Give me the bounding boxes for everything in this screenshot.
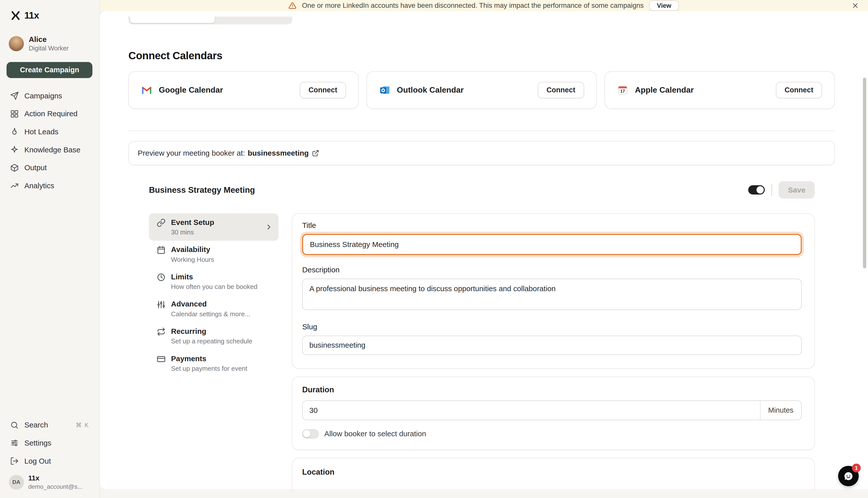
outlook-connect-button[interactable]: Connect xyxy=(538,82,584,99)
search-icon xyxy=(10,421,19,430)
logout-icon xyxy=(10,457,19,466)
linkedin-warning-banner: One or more LinkedIn accounts have been … xyxy=(100,0,868,11)
clock-icon xyxy=(157,273,166,281)
chart-icon xyxy=(10,181,19,190)
sidebar-nav: Campaigns Action Required Hot Leads Know… xyxy=(5,87,94,195)
scrollbar[interactable] xyxy=(863,78,866,268)
toggle-knob xyxy=(303,430,310,437)
sidebar-item-knowledge-base[interactable]: Knowledge Base xyxy=(5,141,94,159)
description-input[interactable]: A professional business meeting to discu… xyxy=(302,279,802,310)
repeat-icon xyxy=(157,327,166,336)
sliders-icon xyxy=(10,438,19,447)
toggle-knob xyxy=(756,186,764,194)
slug-label: Slug xyxy=(302,323,802,331)
title-label: Title xyxy=(302,221,802,230)
event-config: Event Setup 30 mins Availability Working… xyxy=(149,213,815,489)
avatar xyxy=(9,36,24,51)
search-shortcut: ⌘ K xyxy=(76,421,89,429)
sparkle-icon xyxy=(10,145,19,154)
preview-link[interactable]: businessmeeting xyxy=(248,149,319,157)
calendar-card-google: Google Calendar Connect xyxy=(128,71,359,109)
chevron-right-icon xyxy=(265,223,273,231)
sidebar-item-campaigns[interactable]: Campaigns xyxy=(5,87,94,105)
tab-bar-partial xyxy=(128,16,292,24)
sidebar-item-output[interactable]: Output xyxy=(5,159,94,177)
campaigns-icon xyxy=(10,91,19,100)
sidebar-item-settings[interactable]: Settings xyxy=(5,434,94,452)
worker-role: Digital Worker xyxy=(29,45,69,52)
sidebar-spacer xyxy=(5,195,94,416)
sidebar-item-hot-leads[interactable]: Hot Leads xyxy=(5,123,94,141)
google-connect-button[interactable]: Connect xyxy=(300,82,346,99)
worker-profile[interactable]: Alice Digital Worker xyxy=(5,35,94,52)
setup-nav-availability[interactable]: Availability Working Hours xyxy=(149,241,278,268)
account-name: 11x xyxy=(28,474,82,482)
sidebar-item-search[interactable]: Search ⌘ K xyxy=(5,416,94,434)
calendar-card-outlook: Outlook Calendar Connect xyxy=(366,71,597,109)
sidebar-footer-nav: Search ⌘ K Settings Log Out xyxy=(5,416,94,470)
banner-view-button[interactable]: View xyxy=(649,0,679,11)
setup-nav-event-setup[interactable]: Event Setup 30 mins xyxy=(149,213,278,241)
event-details-card: Title Description A professional busines… xyxy=(292,213,815,369)
flame-icon xyxy=(10,127,19,136)
calendar-card-apple: 17 Apple Calendar Connect xyxy=(605,71,835,109)
meeting-title: Business Strategy Meeting xyxy=(149,185,255,195)
banner-close-icon[interactable] xyxy=(852,2,859,10)
create-campaign-button[interactable]: Create Campaign xyxy=(7,62,92,78)
svg-text:17: 17 xyxy=(620,89,625,94)
duration-unit: Minutes xyxy=(760,401,801,420)
tab-group xyxy=(128,16,292,24)
cube-icon xyxy=(10,163,19,172)
setup-nav: Event Setup 30 mins Availability Working… xyxy=(149,213,278,377)
location-label: Location xyxy=(302,468,804,477)
meeting-header-actions: Save xyxy=(748,181,815,198)
chat-widget-button[interactable]: 1 xyxy=(838,466,859,486)
form-column: Title Description A professional busines… xyxy=(292,213,815,489)
app-logo-icon xyxy=(10,10,21,21)
sidebar-item-logout[interactable]: Log Out xyxy=(5,452,94,470)
tab-partial-active[interactable] xyxy=(130,16,216,23)
setup-nav-payments[interactable]: Payments Set up payments for event xyxy=(149,350,278,377)
duration-input-group: Minutes xyxy=(302,401,802,420)
banner-text: One or more LinkedIn accounts have been … xyxy=(302,1,644,10)
sidebar-item-action-required[interactable]: Action Required xyxy=(5,105,94,123)
save-button[interactable]: Save xyxy=(779,181,815,198)
setup-nav-advanced[interactable]: Advanced Calendar settings & more... xyxy=(149,295,278,323)
account-switcher[interactable]: DA 11x demo_account@s... xyxy=(5,470,94,490)
main-panel: Connect Calendars Google Calendar Connec… xyxy=(100,11,868,489)
tab-partial-inactive[interactable] xyxy=(215,16,291,23)
apple-connect-button[interactable]: Connect xyxy=(776,82,822,99)
page-title: Connect Calendars xyxy=(128,50,834,62)
sidebar: 11x Alice Digital Worker Create Campaign… xyxy=(0,0,100,498)
external-link-icon xyxy=(312,149,319,157)
slug-input[interactable] xyxy=(302,336,802,355)
duration-label: Duration xyxy=(302,385,802,394)
location-card: Location xyxy=(292,458,815,489)
calendar-cards-row: Google Calendar Connect Outlook Calendar… xyxy=(128,71,834,109)
warning-icon xyxy=(288,2,296,10)
duration-toggle-label: Allow booker to select duration xyxy=(324,430,426,438)
setup-nav-recurring[interactable]: Recurring Set up a repeating schedule xyxy=(149,322,278,350)
preview-slug: businessmeeting xyxy=(248,149,309,157)
sliders-vertical-icon xyxy=(157,300,166,309)
allow-duration-select-toggle[interactable] xyxy=(302,429,319,438)
link-icon xyxy=(157,218,166,227)
meeting-header: Business Strategy Meeting Save xyxy=(149,181,815,198)
preview-prefix: Preview your meeting booker at: xyxy=(138,149,245,157)
app-root: 11x Alice Digital Worker Create Campaign… xyxy=(0,0,868,498)
title-input[interactable] xyxy=(302,234,802,255)
event-enabled-toggle[interactable] xyxy=(748,185,765,195)
apple-calendar-icon: 17 xyxy=(617,84,628,96)
outlook-calendar-icon xyxy=(379,84,390,96)
sidebar-item-analytics[interactable]: Analytics xyxy=(5,177,94,195)
chat-icon xyxy=(843,471,854,482)
duration-input[interactable] xyxy=(303,401,760,420)
setup-nav-limits[interactable]: Limits How often you can be booked xyxy=(149,268,278,295)
account-email: demo_account@s... xyxy=(28,483,82,490)
meeting-section: Business Strategy Meeting Save Event Set… xyxy=(128,181,834,489)
section-divider xyxy=(128,131,834,131)
worker-name: Alice xyxy=(29,35,69,44)
credit-card-icon xyxy=(157,355,166,364)
account-avatar: DA xyxy=(9,475,24,490)
duration-card: Duration Minutes Allow booker to select … xyxy=(292,377,815,450)
